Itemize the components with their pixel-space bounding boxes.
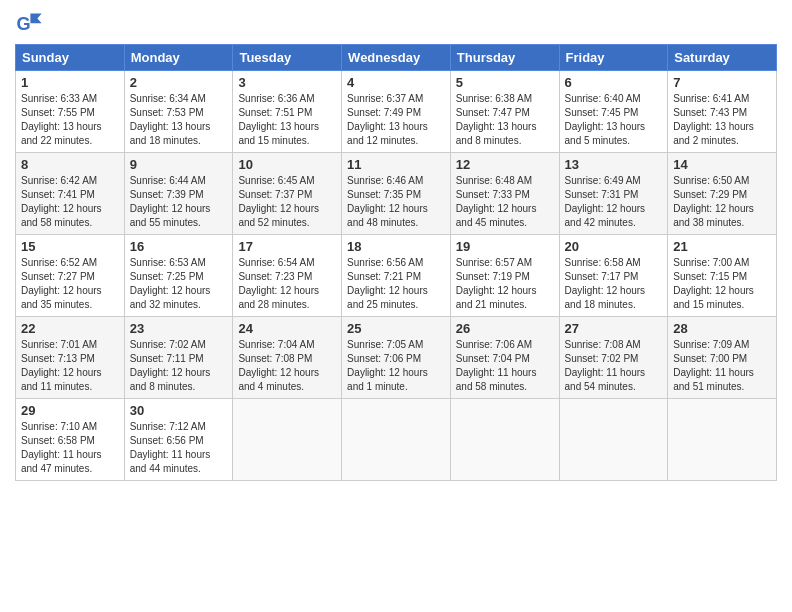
day-number: 29 bbox=[21, 403, 119, 418]
weekday-header-saturday: Saturday bbox=[668, 45, 777, 71]
day-info: Sunrise: 7:05 AM Sunset: 7:06 PM Dayligh… bbox=[347, 338, 445, 394]
day-number: 16 bbox=[130, 239, 228, 254]
day-cell bbox=[668, 399, 777, 481]
weekday-header-monday: Monday bbox=[124, 45, 233, 71]
day-cell: 16Sunrise: 6:53 AM Sunset: 7:25 PM Dayli… bbox=[124, 235, 233, 317]
day-number: 7 bbox=[673, 75, 771, 90]
day-number: 17 bbox=[238, 239, 336, 254]
day-info: Sunrise: 6:54 AM Sunset: 7:23 PM Dayligh… bbox=[238, 256, 336, 312]
day-info: Sunrise: 6:42 AM Sunset: 7:41 PM Dayligh… bbox=[21, 174, 119, 230]
day-number: 22 bbox=[21, 321, 119, 336]
day-number: 19 bbox=[456, 239, 554, 254]
day-info: Sunrise: 6:53 AM Sunset: 7:25 PM Dayligh… bbox=[130, 256, 228, 312]
day-info: Sunrise: 6:57 AM Sunset: 7:19 PM Dayligh… bbox=[456, 256, 554, 312]
day-info: Sunrise: 6:52 AM Sunset: 7:27 PM Dayligh… bbox=[21, 256, 119, 312]
day-cell: 15Sunrise: 6:52 AM Sunset: 7:27 PM Dayli… bbox=[16, 235, 125, 317]
day-number: 8 bbox=[21, 157, 119, 172]
day-number: 10 bbox=[238, 157, 336, 172]
day-cell: 1Sunrise: 6:33 AM Sunset: 7:55 PM Daylig… bbox=[16, 71, 125, 153]
day-info: Sunrise: 6:41 AM Sunset: 7:43 PM Dayligh… bbox=[673, 92, 771, 148]
day-info: Sunrise: 6:58 AM Sunset: 7:17 PM Dayligh… bbox=[565, 256, 663, 312]
day-info: Sunrise: 6:40 AM Sunset: 7:45 PM Dayligh… bbox=[565, 92, 663, 148]
day-cell: 12Sunrise: 6:48 AM Sunset: 7:33 PM Dayli… bbox=[450, 153, 559, 235]
day-number: 3 bbox=[238, 75, 336, 90]
day-info: Sunrise: 6:33 AM Sunset: 7:55 PM Dayligh… bbox=[21, 92, 119, 148]
day-info: Sunrise: 7:09 AM Sunset: 7:00 PM Dayligh… bbox=[673, 338, 771, 394]
day-cell: 10Sunrise: 6:45 AM Sunset: 7:37 PM Dayli… bbox=[233, 153, 342, 235]
day-cell: 29Sunrise: 7:10 AM Sunset: 6:58 PM Dayli… bbox=[16, 399, 125, 481]
week-row-2: 8Sunrise: 6:42 AM Sunset: 7:41 PM Daylig… bbox=[16, 153, 777, 235]
day-info: Sunrise: 6:56 AM Sunset: 7:21 PM Dayligh… bbox=[347, 256, 445, 312]
day-cell: 4Sunrise: 6:37 AM Sunset: 7:49 PM Daylig… bbox=[342, 71, 451, 153]
calendar-table: SundayMondayTuesdayWednesdayThursdayFrid… bbox=[15, 44, 777, 481]
day-info: Sunrise: 6:45 AM Sunset: 7:37 PM Dayligh… bbox=[238, 174, 336, 230]
day-number: 24 bbox=[238, 321, 336, 336]
day-info: Sunrise: 7:12 AM Sunset: 6:56 PM Dayligh… bbox=[130, 420, 228, 476]
weekday-header-wednesday: Wednesday bbox=[342, 45, 451, 71]
day-info: Sunrise: 7:06 AM Sunset: 7:04 PM Dayligh… bbox=[456, 338, 554, 394]
day-number: 25 bbox=[347, 321, 445, 336]
week-row-1: 1Sunrise: 6:33 AM Sunset: 7:55 PM Daylig… bbox=[16, 71, 777, 153]
weekday-header-friday: Friday bbox=[559, 45, 668, 71]
day-cell bbox=[342, 399, 451, 481]
day-number: 30 bbox=[130, 403, 228, 418]
day-cell: 5Sunrise: 6:38 AM Sunset: 7:47 PM Daylig… bbox=[450, 71, 559, 153]
day-cell: 8Sunrise: 6:42 AM Sunset: 7:41 PM Daylig… bbox=[16, 153, 125, 235]
day-cell: 21Sunrise: 7:00 AM Sunset: 7:15 PM Dayli… bbox=[668, 235, 777, 317]
day-cell: 30Sunrise: 7:12 AM Sunset: 6:56 PM Dayli… bbox=[124, 399, 233, 481]
day-number: 27 bbox=[565, 321, 663, 336]
day-number: 14 bbox=[673, 157, 771, 172]
weekday-header-tuesday: Tuesday bbox=[233, 45, 342, 71]
day-number: 21 bbox=[673, 239, 771, 254]
weekday-header-thursday: Thursday bbox=[450, 45, 559, 71]
weekday-header-sunday: Sunday bbox=[16, 45, 125, 71]
day-cell: 27Sunrise: 7:08 AM Sunset: 7:02 PM Dayli… bbox=[559, 317, 668, 399]
week-row-3: 15Sunrise: 6:52 AM Sunset: 7:27 PM Dayli… bbox=[16, 235, 777, 317]
day-info: Sunrise: 6:44 AM Sunset: 7:39 PM Dayligh… bbox=[130, 174, 228, 230]
day-cell: 25Sunrise: 7:05 AM Sunset: 7:06 PM Dayli… bbox=[342, 317, 451, 399]
logo-icon: G bbox=[15, 10, 43, 38]
day-cell: 17Sunrise: 6:54 AM Sunset: 7:23 PM Dayli… bbox=[233, 235, 342, 317]
day-cell bbox=[559, 399, 668, 481]
day-cell bbox=[450, 399, 559, 481]
day-info: Sunrise: 6:34 AM Sunset: 7:53 PM Dayligh… bbox=[130, 92, 228, 148]
day-info: Sunrise: 7:10 AM Sunset: 6:58 PM Dayligh… bbox=[21, 420, 119, 476]
day-cell: 23Sunrise: 7:02 AM Sunset: 7:11 PM Dayli… bbox=[124, 317, 233, 399]
day-number: 5 bbox=[456, 75, 554, 90]
day-cell: 6Sunrise: 6:40 AM Sunset: 7:45 PM Daylig… bbox=[559, 71, 668, 153]
day-info: Sunrise: 7:08 AM Sunset: 7:02 PM Dayligh… bbox=[565, 338, 663, 394]
day-number: 4 bbox=[347, 75, 445, 90]
day-number: 1 bbox=[21, 75, 119, 90]
day-cell: 13Sunrise: 6:49 AM Sunset: 7:31 PM Dayli… bbox=[559, 153, 668, 235]
day-cell: 19Sunrise: 6:57 AM Sunset: 7:19 PM Dayli… bbox=[450, 235, 559, 317]
day-cell: 14Sunrise: 6:50 AM Sunset: 7:29 PM Dayli… bbox=[668, 153, 777, 235]
day-cell: 26Sunrise: 7:06 AM Sunset: 7:04 PM Dayli… bbox=[450, 317, 559, 399]
day-cell: 28Sunrise: 7:09 AM Sunset: 7:00 PM Dayli… bbox=[668, 317, 777, 399]
day-number: 9 bbox=[130, 157, 228, 172]
day-cell: 24Sunrise: 7:04 AM Sunset: 7:08 PM Dayli… bbox=[233, 317, 342, 399]
day-number: 18 bbox=[347, 239, 445, 254]
logo: G bbox=[15, 10, 47, 38]
day-info: Sunrise: 6:48 AM Sunset: 7:33 PM Dayligh… bbox=[456, 174, 554, 230]
day-cell: 7Sunrise: 6:41 AM Sunset: 7:43 PM Daylig… bbox=[668, 71, 777, 153]
day-cell: 2Sunrise: 6:34 AM Sunset: 7:53 PM Daylig… bbox=[124, 71, 233, 153]
day-cell: 11Sunrise: 6:46 AM Sunset: 7:35 PM Dayli… bbox=[342, 153, 451, 235]
header: G bbox=[15, 10, 777, 38]
day-number: 12 bbox=[456, 157, 554, 172]
day-info: Sunrise: 6:38 AM Sunset: 7:47 PM Dayligh… bbox=[456, 92, 554, 148]
day-cell: 18Sunrise: 6:56 AM Sunset: 7:21 PM Dayli… bbox=[342, 235, 451, 317]
day-cell bbox=[233, 399, 342, 481]
day-info: Sunrise: 7:00 AM Sunset: 7:15 PM Dayligh… bbox=[673, 256, 771, 312]
day-number: 20 bbox=[565, 239, 663, 254]
day-info: Sunrise: 7:01 AM Sunset: 7:13 PM Dayligh… bbox=[21, 338, 119, 394]
day-cell: 22Sunrise: 7:01 AM Sunset: 7:13 PM Dayli… bbox=[16, 317, 125, 399]
weekday-header-row: SundayMondayTuesdayWednesdayThursdayFrid… bbox=[16, 45, 777, 71]
day-number: 28 bbox=[673, 321, 771, 336]
day-number: 23 bbox=[130, 321, 228, 336]
day-info: Sunrise: 6:36 AM Sunset: 7:51 PM Dayligh… bbox=[238, 92, 336, 148]
week-row-4: 22Sunrise: 7:01 AM Sunset: 7:13 PM Dayli… bbox=[16, 317, 777, 399]
day-info: Sunrise: 7:04 AM Sunset: 7:08 PM Dayligh… bbox=[238, 338, 336, 394]
day-number: 26 bbox=[456, 321, 554, 336]
day-info: Sunrise: 6:49 AM Sunset: 7:31 PM Dayligh… bbox=[565, 174, 663, 230]
day-number: 15 bbox=[21, 239, 119, 254]
